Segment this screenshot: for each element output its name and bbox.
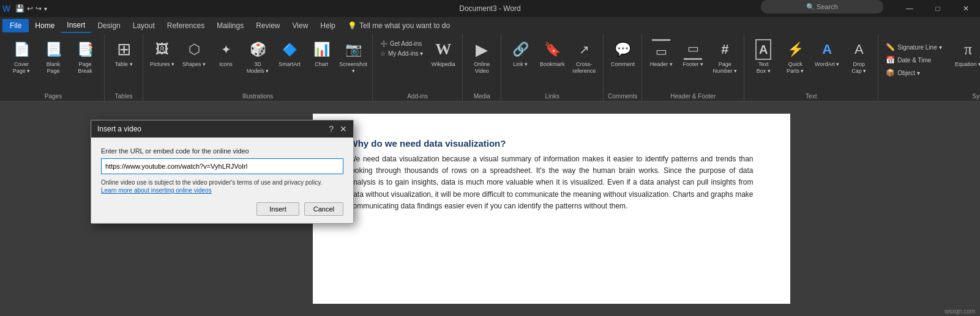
menu-insert[interactable]: Insert — [61, 18, 91, 33]
quick-parts-button[interactable]: ⚡ QuickParts ▾ — [780, 37, 810, 77]
quick-access-dropdown-icon[interactable]: ▾ — [44, 6, 47, 12]
search-bar[interactable]: 🔍 Search — [761, 0, 883, 13]
text-group-label: Text — [806, 93, 817, 101]
link-button[interactable]: 🔗 Link ▾ — [505, 37, 536, 70]
shapes-icon: ⬡ — [189, 39, 200, 60]
comments-group-label: Comments — [608, 93, 637, 101]
wikipedia-button[interactable]: W Wikipedia — [428, 37, 458, 70]
page-number-button[interactable]: # PageNumber ▾ — [709, 37, 740, 77]
dialog-title: Insert a video — [97, 125, 141, 133]
menu-file[interactable]: File — [2, 19, 29, 32]
get-addins-icon: ➕ — [380, 40, 387, 47]
menu-review[interactable]: Review — [250, 19, 286, 32]
header-footer-group-label: Header & Footer — [670, 93, 716, 101]
page-number-icon: # — [721, 39, 728, 60]
wordart-button[interactable]: A WordArt ▾ — [812, 37, 842, 70]
smartart-icon: 🔷 — [282, 39, 297, 60]
redo-icon[interactable]: ↪ — [36, 4, 42, 13]
save-icon[interactable]: 💾 — [15, 4, 24, 13]
links-group-label: Links — [545, 93, 559, 101]
document-body: We need data visualization because a vis… — [350, 153, 754, 212]
addins-group-label: Add-ins — [407, 93, 428, 101]
menu-view[interactable]: View — [286, 19, 315, 32]
comment-icon: 💬 — [615, 39, 631, 60]
comment-button[interactable]: 💬 Comment — [607, 37, 638, 70]
video-url-input[interactable] — [101, 158, 343, 174]
ribbon-group-text: A TextBox ▾ ⚡ QuickParts ▾ A WordArt ▾ A… — [744, 34, 878, 101]
dialog-insert-button[interactable]: Insert — [256, 202, 299, 216]
bookmark-button[interactable]: 🔖 Bookmark — [537, 37, 567, 70]
online-video-icon: ▶ — [476, 39, 488, 60]
menu-home[interactable]: Home — [29, 19, 61, 32]
cross-reference-icon: ↗ — [579, 39, 589, 60]
icons-button[interactable]: ✦ Icons — [211, 37, 241, 70]
get-addins-button[interactable]: ➕ Get Add-ins — [376, 39, 427, 48]
dialog-notice-text: Online video use is subject to the video… — [101, 179, 343, 186]
wordart-icon: A — [822, 39, 832, 60]
table-icon: ⊞ — [117, 39, 131, 60]
menu-help[interactable]: Help — [314, 19, 342, 32]
lightbulb-icon: 💡 — [348, 21, 357, 30]
menu-tell-me[interactable]: 💡 Tell me what you want to do — [342, 19, 456, 32]
object-icon: 📦 — [886, 68, 895, 77]
dialog-cancel-button[interactable]: Cancel — [304, 202, 343, 216]
media-group-label: Media — [474, 93, 490, 101]
date-time-button[interactable]: 📅 Date & Time — [882, 54, 935, 65]
equation-button[interactable]: π Equation ▾ — [953, 37, 980, 70]
tables-group-label: Tables — [115, 93, 133, 101]
table-button[interactable]: ⊞ Table ▾ — [108, 37, 139, 70]
minimize-button[interactable]: — — [896, 0, 924, 17]
text-box-button[interactable]: A TextBox ▾ — [748, 37, 779, 77]
signature-line-button[interactable]: ✏️ Signature Line ▾ — [882, 42, 945, 53]
ribbon-group-symbols: π Equation ▾ Ω Symbol ▾ Symbols — [949, 34, 980, 101]
screenshot-button[interactable]: 📷 Screenshot ▾ — [338, 37, 368, 77]
ribbon-group-header-footer: ▭ Header ▾ ▭ Footer ▾ # PageNumber ▾ Hea… — [642, 34, 744, 101]
dialog-help-button[interactable]: ? — [329, 124, 334, 134]
menu-mailings[interactable]: Mailings — [211, 19, 250, 32]
dialog-titlebar: Insert a video ? ✕ — [91, 120, 353, 138]
ribbon-group-tables: ⊞ Table ▾ Tables — [105, 34, 143, 101]
ribbon-group-links: 🔗 Link ▾ 🔖 Bookmark ↗ Cross-reference Li… — [501, 34, 604, 101]
close-button[interactable]: ✕ — [952, 0, 980, 17]
my-addins-button[interactable]: ☆ My Add-ins ▾ — [376, 49, 427, 58]
word-logo-icon: W — [2, 4, 10, 13]
quick-access-toolbar[interactable]: W 💾 ↩ ↪ ▾ — [2, 4, 47, 13]
menu-references[interactable]: References — [161, 19, 211, 32]
chart-icon: 📊 — [313, 39, 330, 60]
window-title: Document3 - Word — [459, 4, 520, 13]
blank-page-button[interactable]: 📃 BlankPage — [38, 37, 69, 77]
ribbon-group-comments: 💬 Comment Comments — [604, 34, 642, 101]
drop-cap-button[interactable]: A DropCap ▾ — [843, 37, 874, 77]
dialog-learn-more-link[interactable]: Learn more about inserting online videos — [101, 187, 343, 194]
text-box-icon: A — [755, 39, 771, 60]
shapes-button[interactable]: ⬡ Shapes ▾ — [179, 37, 209, 70]
menu-layout[interactable]: Layout — [127, 19, 161, 32]
window-controls[interactable]: 🔍 Search — □ ✕ — [761, 0, 980, 17]
bookmark-icon: 🔖 — [544, 39, 561, 60]
menu-bar: File Home Insert Design Layout Reference… — [0, 17, 980, 34]
maximize-button[interactable]: □ — [924, 0, 952, 17]
symbols-group-label: Symbols — [972, 93, 980, 101]
quick-parts-icon: ⚡ — [787, 39, 804, 60]
page-break-icon: 📑 — [77, 39, 94, 60]
ribbon-group-right-text: ✏️ Signature Line ▾ 📅 Date & Time 📦 Obje… — [878, 34, 949, 101]
3d-models-button[interactable]: 🎲 3DModels ▾ — [242, 37, 273, 77]
menu-design[interactable]: Design — [91, 19, 126, 32]
header-button[interactable]: ▭ Header ▾ — [646, 37, 676, 70]
dialog-title-controls[interactable]: ? ✕ — [329, 124, 347, 134]
page-break-button[interactable]: 📑 PageBreak — [70, 37, 100, 77]
undo-icon[interactable]: ↩ — [27, 4, 33, 13]
cover-page-button[interactable]: 📄 CoverPage ▾ — [6, 37, 37, 77]
object-button[interactable]: 📦 Object ▾ — [882, 67, 924, 78]
smartart-button[interactable]: 🔷 SmartArt — [274, 37, 305, 70]
blank-page-icon: 📃 — [45, 39, 62, 60]
footer-button[interactable]: ▭ Footer ▾ — [678, 37, 708, 70]
chart-button[interactable]: 📊 Chart — [306, 37, 337, 70]
pictures-button[interactable]: 🖼 Pictures ▾ — [147, 37, 178, 70]
title-bar: W 💾 ↩ ↪ ▾ Document3 - Word 🔍 Search — □ … — [0, 0, 980, 17]
online-video-button[interactable]: ▶ OnlineVideo — [466, 37, 497, 77]
dialog-close-button[interactable]: ✕ — [340, 124, 347, 134]
cross-reference-button[interactable]: ↗ Cross-reference — [569, 37, 599, 77]
ribbon-group-media: ▶ OnlineVideo Media — [463, 34, 501, 101]
ribbon-group-addins: ➕ Get Add-ins ☆ My Add-ins ▾ W Wikipedia… — [373, 34, 463, 101]
